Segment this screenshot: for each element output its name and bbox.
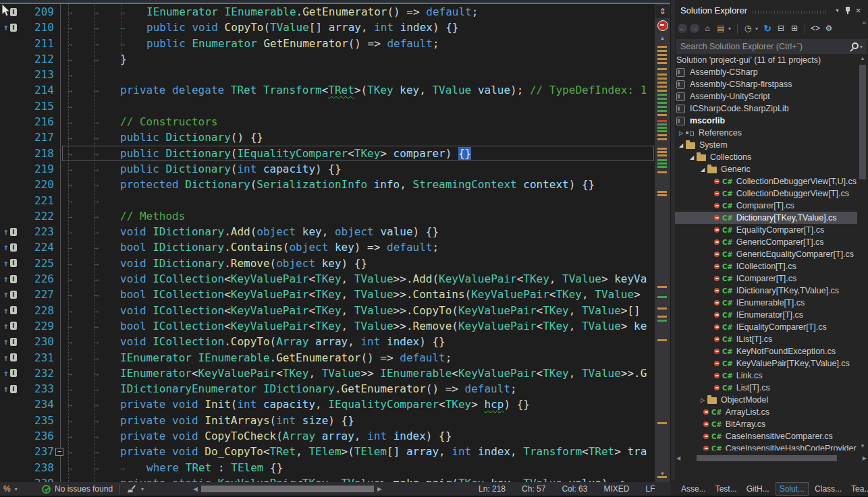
tree-item[interactable]: ▷ObjectModel: [675, 394, 857, 406]
implements-interface-icon[interactable]: ↑I: [3, 290, 17, 299]
implements-interface-icon[interactable]: ↑I: [3, 243, 17, 252]
code-line[interactable]: ↑I231→→IEnumerator IEnumerable.GetEnumer…: [0, 350, 655, 366]
tree-item[interactable]: Assembly-CSharp-firstpass: [675, 78, 857, 90]
scrollbar-thumb[interactable]: [697, 455, 837, 461]
code-line[interactable]: 239→→private static KeyValuePair<TKey, T…: [0, 475, 655, 482]
document-health-icon[interactable]: [657, 20, 668, 31]
tree-item[interactable]: C#CollectionDebuggerView[T].cs: [675, 187, 857, 200]
implements-interface-icon[interactable]: ↑I: [3, 306, 17, 315]
editor-horizontal-scrollbar[interactable]: ◀ ▶: [193, 482, 382, 496]
toolbar-overflow-icon[interactable]: »: [862, 19, 866, 26]
tree-item[interactable]: ◢System: [675, 139, 857, 151]
code-line[interactable]: 215→: [0, 98, 655, 114]
collapse-all-icon[interactable]: ⊟: [776, 24, 786, 33]
code-line[interactable]: 235→→private void InitArrays(int size) {…: [0, 413, 655, 428]
editor-split-handle-icon[interactable]: ⇕: [655, 5, 670, 18]
cleanup-icon[interactable]: [127, 485, 136, 494]
home-icon[interactable]: ⌂: [702, 24, 713, 33]
tree-item[interactable]: ▷References: [675, 127, 857, 139]
tree-item[interactable]: ◢Collections: [675, 151, 857, 163]
code-line[interactable]: 212→→}: [0, 51, 655, 67]
code-line[interactable]: 222→→// Methods: [0, 208, 655, 224]
tree-item[interactable]: C#KeyValuePair[TKey,TValue].cs: [675, 357, 857, 370]
code-line[interactable]: 217→→public Dictionary() {}: [0, 129, 655, 145]
tree-item[interactable]: Solution 'project-gui' (11 of 11 project…: [675, 54, 857, 66]
tree-item[interactable]: C#Dictionary[TKey,TValue].cs: [675, 212, 857, 224]
panel-tab[interactable]: Solut...: [776, 482, 809, 496]
tree-item[interactable]: Assembly-CSharp: [675, 66, 857, 78]
tree-item[interactable]: C#ICollection[T].cs: [675, 260, 857, 272]
tree-item[interactable]: Assembly-UnityScript: [675, 90, 857, 103]
chevron-expanded-icon[interactable]: ◢: [698, 167, 707, 173]
chevron-down-icon[interactable]: ▾: [754, 26, 759, 32]
tree-item[interactable]: C#List[T].cs: [675, 382, 857, 394]
editor-scrollbar[interactable]: [655, 4, 670, 482]
panel-tab[interactable]: GitH...: [743, 483, 773, 495]
search-input[interactable]: Search Solution Explorer (Ctrl+¨): [680, 42, 847, 51]
tree-horizontal-scrollbar[interactable]: ◀ ▶: [676, 453, 867, 463]
view-code-icon[interactable]: <>: [810, 24, 821, 33]
code-line[interactable]: 220→→protected Dictionary(SerializationI…: [0, 177, 655, 192]
implements-interface-icon[interactable]: ↑I: [3, 322, 17, 330]
issues-indicator[interactable]: No issues found ▾: [42, 482, 144, 496]
tree-vertical-scrollbar[interactable]: ▲ ▼: [858, 55, 867, 449]
tree-item[interactable]: C#BitArray.cs: [675, 418, 857, 430]
implements-interface-icon[interactable]: ↑I: [3, 337, 17, 346]
tree-item[interactable]: ◢Generic: [675, 163, 857, 175]
eol-indicator[interactable]: LF: [645, 484, 655, 494]
scrollbar-thumb[interactable]: [201, 486, 374, 492]
search-dropdown-icon[interactable]: ▾: [860, 44, 863, 50]
scroll-left-icon[interactable]: ◀: [193, 486, 198, 492]
scroll-down-icon[interactable]: ▼: [858, 443, 867, 449]
panel-tab[interactable]: Class...: [811, 483, 845, 495]
forward-icon[interactable]: →: [690, 24, 699, 33]
back-icon[interactable]: ←: [678, 24, 687, 33]
code-line[interactable]: ↑I225→→void IDictionary.Remove(object ke…: [0, 256, 655, 271]
tree-item[interactable]: C#GenericEqualityComparer[T].cs: [675, 248, 857, 260]
implements-interface-icon[interactable]: ↑I: [3, 259, 17, 268]
tree-item[interactable]: C#IEnumerator[T].cs: [675, 309, 857, 321]
code-line[interactable]: 218→→public Dictionary(IEqualityComparer…: [0, 146, 655, 161]
scroll-right-icon[interactable]: ▶: [863, 455, 867, 461]
code-line[interactable]: ↑I210→→→public void CopyTo(TValue[] arra…: [0, 20, 655, 35]
scroll-up-icon[interactable]: ▲: [655, 35, 670, 41]
switch-views-icon[interactable]: ▤: [715, 24, 726, 33]
editor-code-area[interactable]: ↑I209→→→IEnumerator IEnumerable.GetEnume…: [0, 4, 655, 482]
code-line[interactable]: 213→: [0, 67, 655, 82]
code-line[interactable]: ↑I229→→bool ICollection<KeyValuePair<TKe…: [0, 318, 655, 334]
search-box[interactable]: Search Solution Explorer (Ctrl+¨) ▾: [676, 39, 867, 54]
encoding-indicator[interactable]: MIXED: [603, 484, 629, 494]
character-indicator[interactable]: Ch: 57: [522, 484, 545, 494]
panel-tab[interactable]: Test...: [712, 483, 740, 495]
chevron-collapsed-icon[interactable]: ▷: [698, 397, 707, 403]
tree-item[interactable]: C#Comparer[T].cs: [675, 200, 857, 212]
filter-icon[interactable]: ◷: [742, 24, 753, 33]
implements-interface-icon[interactable]: ↑I: [3, 369, 17, 378]
code-line[interactable]: 237−→→private void Do_CopyTo<TRet, TElem…: [0, 444, 655, 459]
implements-interface-icon[interactable]: ↑I: [3, 23, 17, 32]
scroll-up-icon[interactable]: ▲: [858, 55, 867, 61]
code-line[interactable]: ↑I228→→void ICollection<KeyValuePair<TKe…: [0, 303, 655, 318]
code-line[interactable]: ↑I230→→void ICollection.CopyTo(Array arr…: [0, 334, 655, 349]
code-line[interactable]: 211→→→public Enumerator GetEnumerator() …: [0, 36, 655, 51]
tree-item[interactable]: mscorlib: [675, 115, 857, 127]
line-indicator[interactable]: Ln: 218: [479, 484, 506, 494]
code-line[interactable]: ↑I209→→→IEnumerator IEnumerable.GetEnume…: [0, 4, 655, 20]
tree-item[interactable]: C#Link.cs: [675, 370, 857, 382]
fold-collapse-icon[interactable]: −: [55, 448, 63, 456]
tree-item[interactable]: C#CaseInsensitiveHashCodeProvider.cs: [675, 442, 857, 450]
column-indicator[interactable]: Col: 63: [562, 484, 587, 494]
sync-icon[interactable]: ↻: [762, 23, 773, 34]
implements-interface-icon[interactable]: ↑I: [3, 274, 17, 283]
code-line[interactable]: 216→→// Constructors: [0, 114, 655, 129]
scroll-down-icon[interactable]: ▼: [655, 471, 670, 477]
code-line[interactable]: ↑I224→→bool IDictionary.Contains(object …: [0, 239, 655, 255]
code-line[interactable]: ↑I227→→bool ICollection<KeyValuePair<TKe…: [0, 287, 655, 302]
code-line[interactable]: ↑I226→→void ICollection<KeyValuePair<TKe…: [0, 271, 655, 287]
tree-item[interactable]: C#CaseInsensitiveComparer.cs: [675, 430, 857, 442]
code-line[interactable]: 234→→private void Init(int capacity, IEq…: [0, 397, 655, 412]
panel-tab[interactable]: Tea...: [848, 483, 868, 495]
chevron-down-icon[interactable]: ▾: [141, 486, 144, 492]
chevron-expanded-icon[interactable]: ◢: [676, 142, 686, 148]
tree-item[interactable]: C#ArrayList.cs: [675, 406, 857, 418]
